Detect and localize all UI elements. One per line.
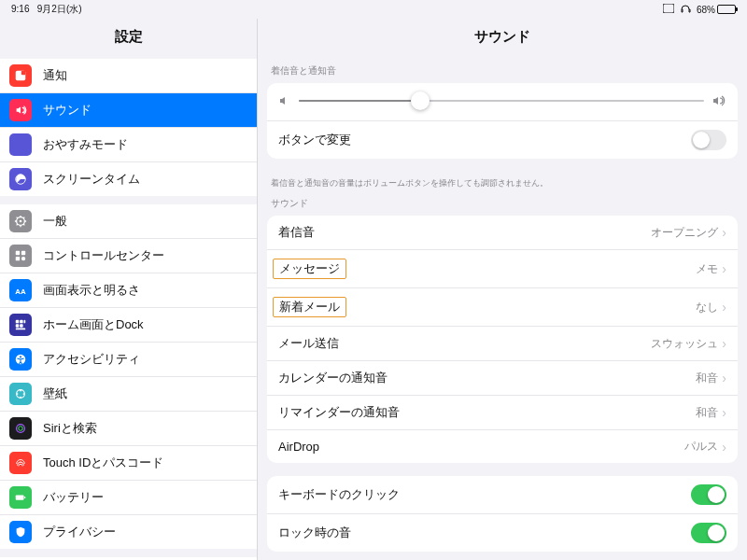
status-time-date: 9:16 9月2日(水) (11, 3, 82, 16)
control-center-icon (9, 245, 32, 267)
row-label: リマインダーの通知音 (278, 404, 696, 421)
volume-slider[interactable] (299, 100, 704, 102)
sidebar: 設定 通知サウンドおやすみモードスクリーンタイム 一般コントロールセンターAA画… (0, 19, 258, 560)
section-footer-ringer: 着信音と通知音の音量はボリュームボタンを操作しても調節されません。 (258, 172, 747, 191)
switch-change-with-buttons[interactable] (691, 130, 726, 150)
volume-slider-row[interactable] (267, 83, 738, 121)
sidebar-item-label: 壁紙 (43, 385, 67, 402)
row-sound[interactable]: メール送信スウォッシュ› (267, 327, 738, 361)
svg-rect-0 (663, 4, 674, 13)
sidebar-item-touchid[interactable]: Touch IDとパスコード (0, 446, 257, 481)
svg-point-25 (19, 427, 22, 430)
sidebar-item-label: サウンド (43, 102, 92, 119)
screentime-icon (9, 168, 32, 190)
chevron-right-icon: › (722, 371, 726, 385)
row-label: ボタンで変更 (278, 132, 691, 148)
main-title: サウンド (258, 19, 747, 59)
row-sound[interactable]: メッセージメモ› (267, 250, 738, 288)
row-change-with-buttons[interactable]: ボタンで変更 (267, 121, 738, 159)
row-value: スウォッシュ (651, 336, 718, 352)
wallpaper-icon (9, 383, 32, 405)
svg-rect-2 (21, 71, 25, 75)
svg-rect-27 (24, 497, 25, 498)
row-toggle[interactable]: キーボードのクリック (267, 476, 738, 514)
section-label-sounds: サウンド (258, 191, 747, 216)
battery-percent: 68% (697, 5, 715, 15)
main-panel: サウンド 着信音と通知音 ボタンで変更 着信音と通知音の音量はボリュームボタ (258, 19, 747, 560)
sidebar-item-label: ホーム画面とDock (43, 316, 144, 333)
row-sound[interactable]: リマインダーの通知音和音› (267, 396, 738, 430)
sidebar-item-siri[interactable]: Siriと検索 (0, 412, 257, 446)
svg-rect-12 (20, 320, 23, 324)
volume-high-icon (712, 94, 726, 107)
display-icon: AA (9, 279, 32, 301)
general-icon (9, 210, 32, 232)
svg-point-21 (23, 393, 25, 395)
slider-thumb[interactable] (411, 91, 430, 110)
sidebar-item-label: 画面表示と明るさ (43, 282, 140, 299)
privacy-icon (9, 521, 32, 543)
sidebar-item-control-center[interactable]: コントロールセンター (0, 239, 257, 273)
svg-rect-11 (16, 320, 20, 324)
svg-rect-16 (16, 329, 26, 330)
sidebar-item-wallpaper[interactable]: 壁紙 (0, 377, 257, 412)
svg-rect-13 (24, 320, 26, 324)
switch[interactable] (691, 523, 726, 543)
row-sound[interactable]: カレンダーの通知音和音› (267, 361, 738, 396)
sidebar-item-display[interactable]: AA画面表示と明るさ (0, 273, 257, 308)
svg-point-22 (20, 397, 21, 399)
battery-indicator: 68% (697, 5, 736, 15)
touchid-icon (9, 452, 32, 474)
svg-point-18 (20, 357, 21, 358)
sidebar-item-label: コントロールセンター (43, 247, 164, 264)
sound-icon (9, 99, 32, 121)
accessibility-icon (9, 348, 32, 371)
svg-point-24 (17, 425, 25, 433)
sidebar-item-home[interactable]: ホーム画面とDock (0, 308, 257, 343)
sidebar-item-label: 一般 (43, 213, 67, 230)
row-sound[interactable]: 新着メールなし› (267, 288, 738, 327)
chevron-right-icon: › (722, 226, 726, 239)
row-toggle[interactable]: ロック時の音 (267, 514, 738, 552)
sidebar-item-privacy[interactable]: プライバシー (0, 515, 257, 549)
svg-point-5 (20, 220, 22, 223)
sidebar-item-notification[interactable]: 通知 (0, 59, 257, 93)
row-sound[interactable]: 着信音オープニング› (267, 216, 738, 250)
row-label: メッセージ (278, 259, 696, 279)
battery-icon (9, 486, 32, 509)
row-value: オープニング (651, 225, 718, 241)
row-label: カレンダーの通知音 (278, 370, 696, 386)
svg-rect-26 (16, 496, 24, 500)
sidebar-item-dnd[interactable]: おやすみモード (0, 128, 257, 162)
chevron-right-icon: › (722, 441, 726, 454)
sidebar-item-accessibility[interactable]: アクセシビリティ (0, 343, 257, 377)
sidebar-item-screentime[interactable]: スクリーンタイム (0, 162, 257, 196)
sidebar-item-label: スクリーンタイム (43, 171, 140, 188)
switch[interactable] (691, 484, 726, 505)
row-value: パルス (684, 439, 718, 455)
sidebar-item-battery[interactable]: バッテリー (0, 481, 257, 515)
sidebar-item-label: プライバシー (43, 524, 116, 540)
status-date: 9月2日(水) (37, 4, 82, 14)
row-value: 和音 (696, 405, 718, 421)
section-label-ringer: 着信音と通知音 (258, 59, 747, 83)
row-label: 新着メール (278, 297, 696, 317)
sidebar-item-general[interactable]: 一般 (0, 204, 257, 239)
row-value: 和音 (696, 371, 718, 386)
row-label: メール送信 (278, 335, 651, 352)
sidebar-item-sound[interactable]: サウンド (0, 93, 257, 128)
row-label: ロック時の音 (278, 525, 691, 541)
svg-point-23 (17, 393, 19, 395)
vpn-icon (663, 4, 674, 15)
chevron-right-icon: › (722, 337, 726, 350)
sidebar-item-label: バッテリー (43, 489, 104, 506)
dnd-icon (9, 133, 32, 156)
svg-point-20 (20, 390, 21, 392)
row-sound[interactable]: AirDropパルス› (267, 430, 738, 463)
row-label: AirDrop (278, 440, 684, 454)
svg-point-9 (21, 257, 25, 260)
svg-rect-14 (16, 324, 20, 328)
chevron-right-icon: › (722, 301, 726, 314)
volume-low-icon (278, 94, 291, 107)
row-value: メモ (696, 261, 718, 277)
